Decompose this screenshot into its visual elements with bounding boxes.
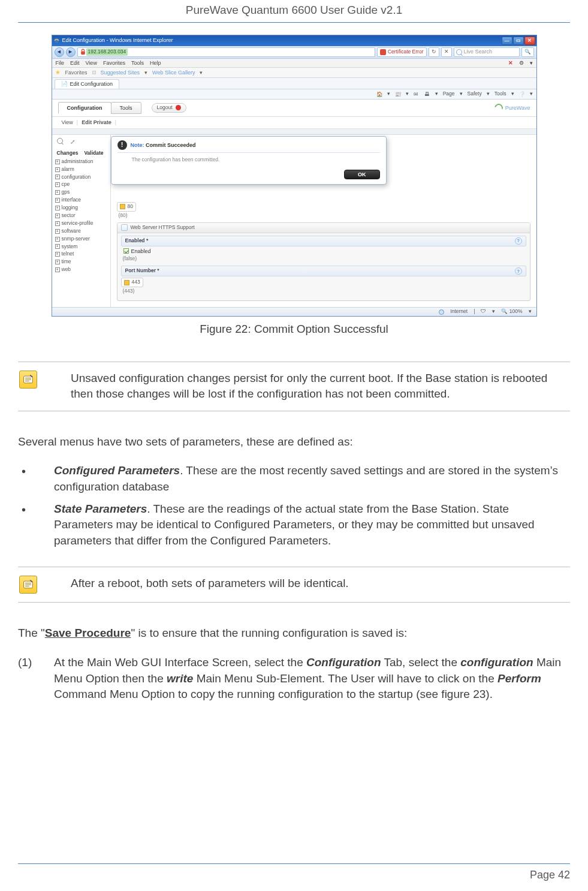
- save-procedure-intro: The "Save Procedure" is to ensure that t…: [18, 625, 570, 642]
- commit-dialog: ! Note: Commit Succeeded The configurati…: [111, 136, 387, 185]
- dialog-title-text: Commit Succeeded: [144, 142, 196, 148]
- protected-mode-icon: 🛡: [481, 308, 486, 315]
- tree-item-telnet[interactable]: +telnet: [52, 251, 110, 258]
- logout-label: Logout: [157, 104, 173, 112]
- tree-item-snmp-server[interactable]: +snmp-server: [52, 236, 110, 243]
- forward-button[interactable]: ►: [66, 47, 76, 57]
- tree-item-software[interactable]: +software: [52, 228, 110, 236]
- port80-hint: (80): [119, 212, 530, 219]
- sidebar-expand-icon[interactable]: ⤢: [70, 138, 75, 146]
- https-panel: Web Server HTTPS Support Enabled * ? Ena…: [117, 222, 530, 301]
- note-icon: [19, 371, 37, 389]
- info-icon: !: [117, 140, 127, 150]
- step1-c: Tab, select the: [381, 656, 461, 669]
- dialog-body-text: The configuration has been committed.: [117, 155, 380, 170]
- port-row: Port Number * ?: [121, 266, 526, 276]
- ie-tab-row: 📄 Edit Configuration: [52, 78, 536, 89]
- view-link[interactable]: View: [62, 119, 73, 127]
- bullet1-lead: Configured Parameters: [54, 464, 180, 477]
- tree-item-configuration[interactable]: +configuration: [52, 174, 110, 182]
- search-go-button[interactable]: 🔍: [521, 47, 534, 57]
- ie-command-row: 🏠▾ 📰▾ ✉ 🖶▾ Page▾ Safety▾ Tools▾ ❔▾: [52, 89, 536, 100]
- menu-help[interactable]: Help: [150, 59, 161, 67]
- dialog-ok-button[interactable]: OK: [344, 170, 380, 179]
- tree-item-cpe[interactable]: +cpe: [52, 181, 110, 189]
- step1-b: Configuration: [306, 656, 381, 669]
- mail-icon[interactable]: ✉: [414, 91, 420, 97]
- zoom-level[interactable]: 🔍 100%: [501, 308, 522, 315]
- menu-edit[interactable]: Edit: [70, 59, 80, 67]
- port-label: Port Number *: [125, 267, 159, 275]
- search-input[interactable]: Live Search: [454, 47, 520, 57]
- suggested-sites-link[interactable]: Suggested Sites: [101, 69, 140, 77]
- enabled-help-icon[interactable]: ?: [515, 237, 522, 245]
- ie-address-row: ◄ ► 192.168.203.034 Certificate Error ↻ …: [52, 46, 536, 59]
- step1-d: configuration: [460, 656, 533, 669]
- logout-button[interactable]: Logout: [152, 103, 186, 113]
- brand-swoosh-icon: [493, 102, 504, 113]
- intro-paragraph: Several menus have two sets of parameter…: [18, 434, 570, 450]
- menu-favorites[interactable]: Favorites: [103, 59, 125, 67]
- panel-title: Web Server HTTPS Support: [131, 224, 195, 231]
- enabled-hint: (false): [123, 255, 526, 263]
- port443-field[interactable]: 443: [121, 278, 143, 287]
- edit-icon: [124, 280, 129, 285]
- tree-item-sector[interactable]: +sector: [52, 212, 110, 220]
- tree-item-time[interactable]: +time: [52, 258, 110, 266]
- tree-item-logging[interactable]: +logging: [52, 204, 110, 212]
- popup-gear-icon[interactable]: ⚙: [519, 59, 524, 67]
- figure-screenshot: Edit Configuration - Windows Internet Ex…: [52, 35, 537, 317]
- window-close-button[interactable]: ✕: [524, 37, 535, 45]
- print-icon[interactable]: 🖶: [424, 91, 430, 97]
- note-1-text: Unsaved configuration changes persist fo…: [71, 371, 570, 402]
- ie-favorites-row: ★ Favorites Suggested Sites ▾ Web Slice …: [52, 68, 536, 78]
- popup-close-icon[interactable]: ✕: [508, 59, 513, 67]
- window-minimize-button[interactable]: —: [502, 37, 512, 45]
- lock-icon: [80, 49, 86, 55]
- page-icon: 📄: [61, 81, 68, 88]
- port443-hint: (443): [123, 288, 526, 295]
- tab-tools[interactable]: Tools: [111, 102, 141, 115]
- address-bar[interactable]: 192.168.203.034: [77, 47, 375, 57]
- feeds-icon[interactable]: 📰: [395, 91, 401, 97]
- horizontal-scrollbar[interactable]: [52, 129, 536, 135]
- window-maximize-button[interactable]: ▭: [513, 37, 524, 45]
- tree-item-system[interactable]: +system: [52, 243, 110, 251]
- cmd-tools[interactable]: Tools: [494, 91, 506, 98]
- home-icon[interactable]: 🏠: [376, 91, 382, 97]
- port80-field[interactable]: 80: [117, 202, 136, 212]
- edit-private-link[interactable]: Edit Private: [82, 119, 111, 127]
- step-1: (1) At the Main Web GUI Interface Screen…: [18, 655, 570, 703]
- tree-item-interface[interactable]: +interface: [52, 197, 110, 204]
- search-placeholder: Live Search: [464, 48, 493, 56]
- tree-item-administration[interactable]: +administration: [52, 158, 110, 166]
- refresh-button[interactable]: ↻: [429, 47, 439, 57]
- tree-item-service-profile[interactable]: +service-profile: [52, 220, 110, 228]
- back-button[interactable]: ◄: [55, 47, 64, 57]
- web-slice-link[interactable]: Web Slice Gallery: [152, 69, 195, 77]
- tree-item-gps[interactable]: +gps: [52, 189, 110, 197]
- star-icon: ★: [55, 68, 61, 77]
- cmd-safety[interactable]: Safety: [468, 91, 482, 98]
- content-pane: ! Note: Commit Succeeded The configurati…: [111, 135, 536, 307]
- port-help-icon[interactable]: ?: [515, 267, 522, 275]
- app-view-row: View | Edit Private |: [52, 117, 536, 129]
- favorites-label[interactable]: Favorites: [65, 69, 88, 77]
- internet-zone-label: Internet: [450, 308, 468, 315]
- logout-icon: [176, 105, 181, 110]
- enabled-checkbox-label: Enabled: [131, 248, 151, 255]
- tab-configuration[interactable]: Configuration: [58, 102, 111, 115]
- tree-item-alarm[interactable]: +alarm: [52, 166, 110, 174]
- tree-item-web[interactable]: +web: [52, 266, 110, 274]
- menu-file[interactable]: File: [56, 59, 65, 67]
- browser-tab[interactable]: 📄 Edit Configuration: [55, 79, 120, 89]
- stop-button[interactable]: ✕: [441, 47, 452, 57]
- enabled-checkbox[interactable]: [123, 248, 129, 254]
- help-icon[interactable]: ❔: [519, 91, 525, 97]
- certificate-error-badge[interactable]: Certificate Error: [377, 47, 427, 57]
- sidebar-search-icon[interactable]: [57, 138, 63, 144]
- cmd-page[interactable]: Page: [443, 91, 455, 98]
- url-text: 192.168.203.034: [86, 49, 128, 56]
- menu-tools[interactable]: Tools: [131, 59, 144, 67]
- menu-view[interactable]: View: [86, 59, 97, 67]
